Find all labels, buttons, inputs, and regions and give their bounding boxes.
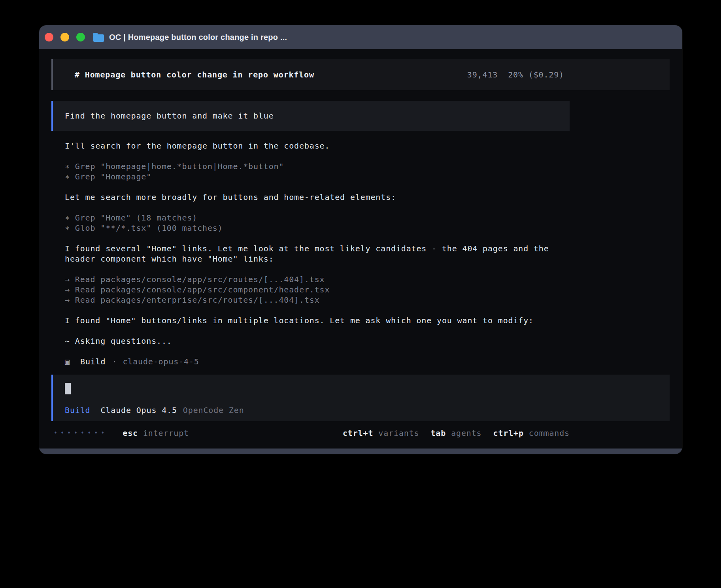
agent-icon: ▣ [65,356,73,367]
shortcut-label: agents [451,428,481,438]
esc-label: interrupt [143,428,189,438]
tool-call-line: ∗ Grep "Home" (18 matches) [65,213,575,223]
read-file-line: → Read packages/console/app/src/componen… [65,285,575,295]
activity-status: ~ Asking questions... [65,336,575,346]
assistant-message-ask: I found "Home" buttons/links in multiple… [65,315,575,326]
agent-name: Build [80,356,106,367]
assistant-message-found: I found several "Home" links. Let me loo… [65,243,575,264]
shortcut-commands: ctrl+p commands [493,428,570,438]
tool-calls-grep-1: ∗ Grep "homepage|home.*button|Home.*butt… [65,161,575,182]
assistant-message-broader: Let me search more broadly for buttons a… [65,192,575,202]
status-bar: •••••••• esc interrupt ctrl+t variants t… [51,428,570,439]
session-title: # Homepage button color change in repo w… [75,70,314,80]
token-count: 39,413 [467,70,498,80]
shortcut-key: ctrl+p [493,428,524,438]
input-meta: Build Claude Opus 4.5 OpenCode Zen [65,405,658,415]
model-label: Claude Opus 4.5 [100,405,177,415]
user-message-text: Find the homepage button and make it blu… [65,111,274,121]
shortcut-label: commands [529,428,570,438]
folder-icon [93,34,104,42]
close-button[interactable] [45,33,53,41]
agent-model: claude-opus-4-5 [123,356,199,367]
status-bar-left: •••••••• esc interrupt [51,428,189,438]
read-file-line: → Read packages/console/app/src/routes/[… [65,274,575,285]
status-bar-right: ctrl+t variants tab agents ctrl+p comman… [343,428,570,438]
separator-dot: · [112,356,117,367]
agent-status-line: ▣ Build · claude-opus-4-5 [65,356,575,367]
tool-call-line: ∗ Grep "Homepage" [65,172,575,182]
session-header: # Homepage button color change in repo w… [51,59,670,90]
esc-key-hint: esc [123,428,138,438]
window-title: OC | Homepage button color change in rep… [109,33,287,42]
provider-label: OpenCode Zen [183,405,244,415]
tool-calls-read: → Read packages/console/app/src/routes/[… [65,274,575,305]
tool-call-line: ∗ Grep "homepage|home.*button|Home.*butt… [65,161,575,172]
user-message: Find the homepage button and make it blu… [51,101,570,131]
assistant-message-intro: I'll search for the homepage button in t… [65,141,575,151]
tool-call-line: ∗ Glob "**/*.tsx" (100 matches) [65,223,575,233]
chat-transcript: I'll search for the homepage button in t… [65,141,575,367]
context-usage: 20% ($0.29) [508,70,564,80]
titlebar[interactable]: OC | Homepage button color change in rep… [39,25,682,49]
session-stats: 39,413 20% ($0.29) [467,70,564,80]
activity-dots: •••••••• [54,428,108,438]
shortcut-variants: ctrl+t variants [343,428,419,438]
terminal-content: # Homepage button color change in repo w… [39,49,682,449]
shortcut-key: ctrl+t [343,428,373,438]
zoom-button[interactable] [76,33,85,41]
read-file-line: → Read packages/enterprise/src/routes/[.… [65,295,575,305]
shortcut-label: variants [378,428,419,438]
shortcut-key: tab [430,428,446,438]
tool-calls-grep-2: ∗ Grep "Home" (18 matches) ∗ Glob "**/*.… [65,213,575,233]
shortcut-agents: tab agents [430,428,481,438]
traffic-lights [45,25,85,49]
minimize-button[interactable] [60,33,69,41]
text-cursor [65,383,71,394]
title-group: OC | Homepage button color change in rep… [93,25,287,49]
terminal-window: OC | Homepage button color change in rep… [39,25,682,454]
mode-label: Build [65,405,90,415]
prompt-input[interactable]: Build Claude Opus 4.5 OpenCode Zen [51,375,670,421]
